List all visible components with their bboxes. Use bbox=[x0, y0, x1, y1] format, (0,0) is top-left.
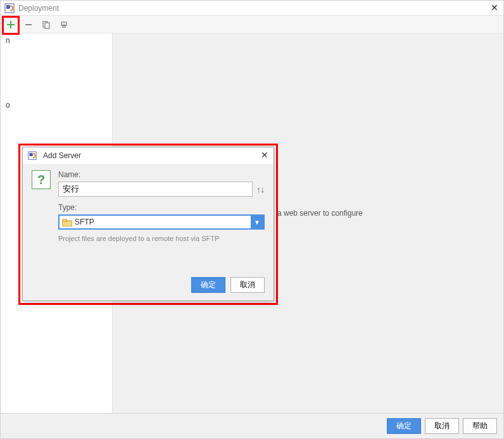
dialog-footer: 确定 取消 bbox=[191, 277, 265, 293]
dialog-close-icon[interactable]: ✕ bbox=[261, 150, 268, 160]
download-icon[interactable] bbox=[58, 18, 70, 31]
name-input[interactable] bbox=[58, 182, 253, 197]
dialog-body: ? Name: ↑↓ Type: SFTP ▼ Project files ar… bbox=[23, 164, 274, 242]
window-close-icon[interactable]: ✕ bbox=[491, 3, 498, 13]
dialog-titlebar: Add Server ✕ bbox=[23, 147, 274, 164]
copy-icon[interactable] bbox=[40, 18, 53, 31]
type-description: Project files are deployed to a remote h… bbox=[58, 235, 265, 242]
type-value: SFTP bbox=[75, 218, 251, 226]
add-server-dialog: Add Server ✕ ? Name: ↑↓ Type: SFTP ▼ Pro… bbox=[22, 147, 274, 301]
dialog-ok-button[interactable]: 确定 bbox=[191, 277, 225, 293]
question-icon: ? bbox=[32, 170, 51, 189]
cancel-button[interactable]: 取消 bbox=[425, 418, 459, 434]
window-titlebar: Deployment ✕ bbox=[1, 1, 503, 16]
type-select[interactable]: SFTP ▼ bbox=[58, 214, 265, 230]
add-button[interactable] bbox=[4, 18, 17, 31]
sidebar-text-fragment: o bbox=[3, 99, 110, 111]
app-icon bbox=[4, 3, 15, 13]
toolbar bbox=[1, 16, 503, 34]
ok-button[interactable]: 确定 bbox=[387, 418, 421, 434]
app-icon bbox=[28, 151, 37, 160]
bottom-bar: 确定 取消 帮助 bbox=[1, 413, 503, 438]
svg-rect-2 bbox=[45, 23, 49, 28]
dialog-fields: Name: ↑↓ Type: SFTP ▼ Project files are … bbox=[58, 170, 265, 242]
help-button[interactable]: 帮助 bbox=[463, 418, 497, 434]
window-title: Deployment bbox=[18, 4, 59, 13]
name-label: Name: bbox=[58, 170, 265, 179]
type-label: Type: bbox=[58, 203, 265, 212]
dialog-title: Add Server bbox=[43, 151, 81, 160]
sort-icon[interactable]: ↑↓ bbox=[256, 185, 265, 194]
sidebar-text-fragment: n bbox=[3, 35, 110, 46]
svg-rect-5 bbox=[62, 219, 66, 221]
chevron-down-icon: ▼ bbox=[251, 216, 263, 228]
configure-hint: a web server to configure bbox=[277, 209, 363, 218]
sftp-icon bbox=[62, 218, 72, 226]
remove-button[interactable] bbox=[22, 18, 35, 31]
dialog-cancel-button[interactable]: 取消 bbox=[230, 277, 265, 293]
